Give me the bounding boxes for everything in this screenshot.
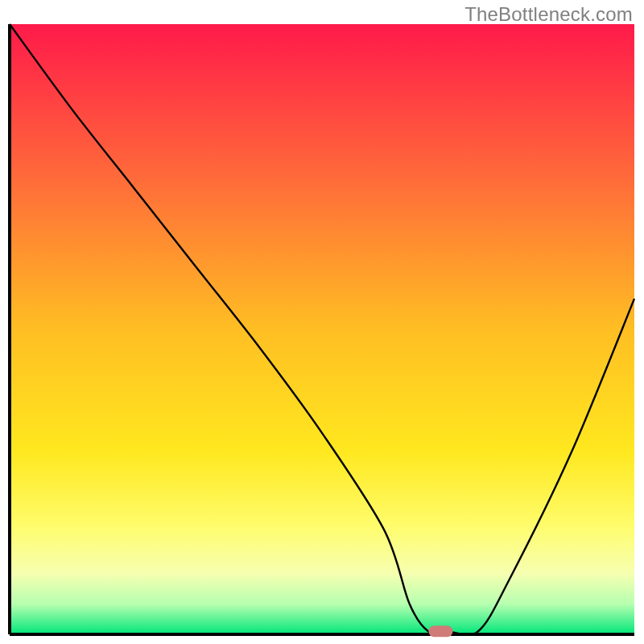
marker-pill	[428, 625, 452, 637]
plot-area	[10, 24, 634, 637]
chart-container: TheBottleneck.com	[0, 0, 644, 644]
gradient-background	[10, 24, 634, 634]
bottleneck-chart	[0, 0, 644, 644]
watermark-label: TheBottleneck.com	[464, 3, 633, 26]
